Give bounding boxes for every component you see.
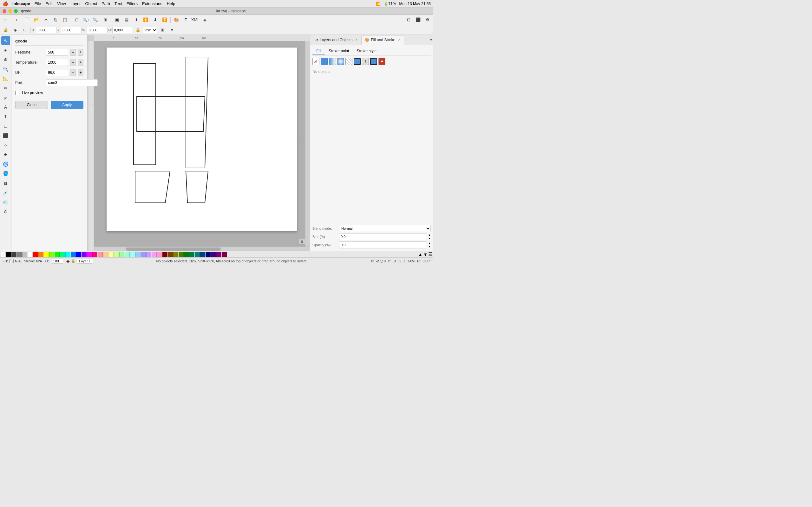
- text-tool[interactable]: T: [1, 112, 10, 121]
- snap-bbox[interactable]: □: [20, 26, 29, 34]
- cut-button[interactable]: ✂: [42, 16, 50, 24]
- lavender-swatch[interactable]: [146, 252, 151, 257]
- violet-swatch[interactable]: [82, 252, 87, 257]
- node-tool[interactable]: ◈: [1, 46, 10, 55]
- orchid-swatch[interactable]: [152, 252, 157, 257]
- pen-tool[interactable]: 🖊: [1, 93, 10, 102]
- h-scroll-thumb[interactable]: [125, 247, 221, 250]
- align-button[interactable]: ⊟: [404, 16, 413, 24]
- pattern-button[interactable]: [345, 58, 352, 65]
- palette-menu-button[interactable]: ☰: [428, 251, 433, 257]
- menu-help[interactable]: Help: [167, 1, 175, 6]
- pencil-tool[interactable]: ✏: [1, 83, 10, 93]
- peach-swatch[interactable]: [103, 252, 108, 257]
- tab-layers-objects[interactable]: 🗂 Layers and Objects ✕: [311, 35, 361, 45]
- measure-tool[interactable]: 📐: [1, 74, 10, 83]
- canvas-expand-button[interactable]: ⊞: [299, 238, 305, 245]
- temperature-increment[interactable]: +: [78, 59, 84, 66]
- fill-stroke-button[interactable]: 🎨: [172, 16, 181, 24]
- eraser-tool[interactable]: ⊘: [1, 207, 10, 216]
- indigo-swatch[interactable]: [211, 252, 216, 257]
- orange-swatch[interactable]: [38, 252, 44, 257]
- lower-button[interactable]: ⬇: [151, 16, 159, 24]
- eyedrop-tool[interactable]: 💉: [1, 188, 10, 197]
- red-swatch[interactable]: [33, 252, 38, 257]
- paste-button[interactable]: 📋: [61, 16, 69, 24]
- dpi-decrement[interactable]: −: [70, 69, 76, 76]
- snap-nodes[interactable]: ◈: [11, 26, 20, 34]
- gray-swatch[interactable]: [17, 252, 22, 257]
- apple-menu[interactable]: 🍎: [3, 1, 8, 6]
- feedrate-increment[interactable]: +: [78, 49, 84, 56]
- new-button[interactable]: 📄: [22, 16, 32, 24]
- mint-swatch[interactable]: [119, 252, 124, 257]
- teal-swatch[interactable]: [189, 252, 194, 257]
- spring-swatch[interactable]: [60, 252, 65, 257]
- menu-text[interactable]: Text: [114, 1, 122, 6]
- feedrate-input[interactable]: [46, 49, 68, 56]
- white-swatch[interactable]: [28, 252, 33, 257]
- menu-extensions[interactable]: Extensions: [142, 1, 162, 6]
- menu-file[interactable]: File: [35, 1, 41, 6]
- menu-view[interactable]: View: [57, 1, 66, 6]
- darkrose-swatch[interactable]: [222, 252, 227, 257]
- lightgreen-swatch[interactable]: [114, 252, 119, 257]
- ungroup-button[interactable]: ▤: [122, 16, 131, 24]
- rect-tool[interactable]: □: [1, 122, 10, 130]
- magenta-swatch[interactable]: [87, 252, 92, 257]
- panel-expand-button[interactable]: ▾: [430, 38, 432, 42]
- blue-swatch[interactable]: [76, 252, 81, 257]
- maroon-swatch[interactable]: [162, 252, 167, 257]
- flat-color-button[interactable]: [321, 58, 328, 65]
- lightcyan-swatch[interactable]: [130, 252, 135, 257]
- feedrate-decrement[interactable]: −: [70, 49, 76, 56]
- opacity-input[interactable]: [339, 241, 427, 248]
- menu-filters[interactable]: Filters: [126, 1, 138, 6]
- lower-bottom-button[interactable]: ⏬: [160, 16, 169, 24]
- open-button[interactable]: 📂: [32, 16, 41, 24]
- tweak-tool[interactable]: ⊕: [1, 55, 10, 64]
- stroke-style-tab[interactable]: Stroke style: [353, 48, 380, 55]
- black-swatch[interactable]: [6, 252, 11, 257]
- tab-layers-close[interactable]: ✕: [355, 38, 358, 42]
- menu-path[interactable]: Path: [101, 1, 110, 6]
- xml-editor-button[interactable]: XML: [191, 16, 200, 24]
- no-paint-button[interactable]: ✕: [312, 58, 319, 65]
- paint-tool[interactable]: 🪣: [1, 169, 10, 178]
- opacity-decrement[interactable]: ▼: [428, 245, 431, 248]
- 3d-box-tool[interactable]: ⬛: [1, 131, 10, 140]
- green-swatch[interactable]: [55, 252, 60, 257]
- radial-gradient-button[interactable]: [337, 58, 344, 65]
- yellow-swatch[interactable]: [44, 252, 49, 257]
- raise-button[interactable]: ⬆: [132, 16, 141, 24]
- prefs-button[interactable]: ⚙: [423, 16, 432, 24]
- rose-swatch[interactable]: [92, 252, 97, 257]
- periwinkle-swatch[interactable]: [141, 252, 146, 257]
- canvas-area[interactable]: 0 50 100 150 200: [88, 35, 310, 251]
- lightgray-swatch[interactable]: [22, 252, 27, 257]
- close-button[interactable]: Close: [15, 101, 48, 109]
- cyan-swatch[interactable]: [65, 252, 70, 257]
- tab-fill-stroke[interactable]: 🎨 Fill and Stroke ✕: [361, 35, 404, 45]
- lightblue-swatch[interactable]: [136, 252, 141, 257]
- menu-inkscape[interactable]: Inkscape: [12, 1, 30, 6]
- dpi-increment[interactable]: +: [78, 69, 84, 76]
- h-input[interactable]: [112, 27, 133, 33]
- vertical-scrollbar[interactable]: [305, 41, 310, 246]
- group-button[interactable]: ▣: [113, 16, 121, 24]
- darkolive-swatch[interactable]: [179, 252, 184, 257]
- azure-swatch[interactable]: [71, 252, 76, 257]
- transform-button[interactable]: ⊞: [158, 26, 167, 34]
- star-tool[interactable]: ★: [1, 150, 10, 159]
- calligraphy-tool[interactable]: A: [1, 103, 10, 112]
- darkgray-swatch[interactable]: [11, 252, 16, 257]
- redo-button[interactable]: ↪: [11, 16, 20, 24]
- canvas-drawing[interactable]: [107, 48, 297, 231]
- brown-swatch[interactable]: [168, 252, 173, 257]
- unknown-button[interactable]: ?: [362, 58, 369, 65]
- blue-fill-button[interactable]: [370, 58, 377, 65]
- linear-gradient-button[interactable]: [329, 58, 336, 65]
- lock-aspect-button[interactable]: 🔒: [134, 26, 142, 34]
- dpi-input[interactable]: [46, 69, 68, 76]
- lime-swatch[interactable]: [49, 252, 54, 257]
